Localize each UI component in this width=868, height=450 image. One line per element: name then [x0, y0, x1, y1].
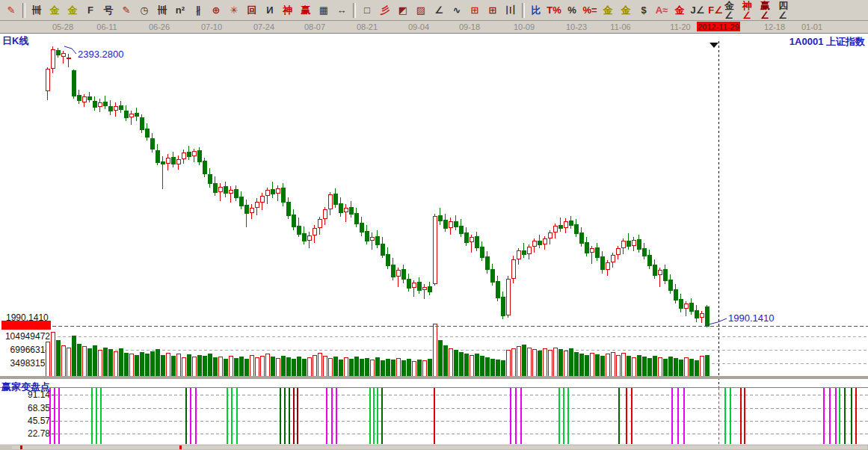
money-tool-icon[interactable]: $ — [635, 1, 653, 19]
pencil-rays-icon[interactable]: ∠ — [430, 1, 448, 19]
candle-body — [72, 71, 76, 96]
percent-icon[interactable]: % — [563, 1, 581, 19]
shen-grid-icon[interactable]: 神 — [279, 1, 297, 19]
volume-bar — [229, 357, 233, 376]
candle-body — [276, 188, 280, 193]
candle-body — [470, 237, 473, 241]
indicator-title[interactable]: 赢家变盘点 — [1, 380, 50, 394]
volume-bar — [485, 358, 489, 376]
web-grid-arrow-icon[interactable]: ⊞ — [484, 1, 502, 19]
candle-body — [255, 203, 259, 207]
shen-angle-icon[interactable]: 神∠ — [742, 1, 760, 19]
volume-bar — [490, 360, 494, 376]
si-angle-icon[interactable]: 四∠ — [778, 1, 796, 19]
volume-bar — [365, 359, 369, 376]
candle-body — [522, 250, 526, 255]
candle-body — [454, 221, 458, 226]
volume-bar — [407, 360, 410, 376]
web-grid-icon[interactable]: ⊞ — [466, 1, 484, 19]
kline-grid-icon[interactable]: 卌 — [28, 1, 46, 19]
candle-body — [87, 96, 91, 100]
volume-bar — [244, 360, 248, 376]
compass-target-icon[interactable]: ⊕ — [207, 1, 225, 19]
draw-pen-icon[interactable]: ✎ — [2, 1, 20, 19]
period-label[interactable]: 日K线 — [2, 34, 28, 48]
f-angle-icon[interactable]: F∠ — [707, 1, 724, 19]
candle-body — [501, 297, 505, 315]
candle-body — [260, 197, 264, 202]
gold-angle-icon[interactable]: 金∠ — [724, 1, 742, 19]
candle-body — [323, 209, 327, 218]
volume-bar — [684, 358, 688, 376]
wave-percent-icon[interactable]: A≈ — [653, 1, 671, 19]
angle-line-icon[interactable]: ∦ — [189, 1, 207, 19]
date-tick: 08-07 — [304, 22, 325, 31]
volume-bar — [381, 361, 384, 376]
candle-body — [318, 219, 321, 227]
ray-box-icon[interactable]: ▨ — [412, 1, 430, 19]
volume-bar — [422, 361, 426, 376]
ying-angle-icon[interactable]: 赢∠ — [760, 1, 778, 19]
candle-body — [365, 232, 369, 241]
zigzag-icon[interactable]: ∿ — [448, 1, 466, 19]
scrollbar-left-button[interactable] — [0, 445, 12, 450]
fan-box-icon[interactable]: ◩ — [394, 1, 412, 19]
candle-body — [543, 238, 547, 244]
candle-body — [370, 237, 374, 240]
volume-bar — [579, 354, 583, 376]
j-angle-icon[interactable]: J∠ — [689, 1, 707, 19]
candle-body — [538, 241, 541, 245]
percent-lines-icon[interactable]: %= — [581, 1, 599, 19]
spiral-square-icon[interactable]: 回 — [243, 1, 261, 19]
volume-bar — [260, 357, 264, 376]
candle-body — [224, 187, 227, 194]
volume-bar — [124, 354, 128, 376]
volume-bar — [176, 354, 180, 376]
candle-body — [244, 206, 248, 214]
candle-body — [695, 311, 698, 318]
candle-body — [386, 255, 390, 266]
candle-body — [265, 190, 269, 195]
horizontal-scrollbar[interactable] — [0, 445, 868, 450]
candle-body — [156, 150, 159, 162]
symbol-label[interactable]: 1A0001 上证指数 — [789, 35, 865, 49]
f-grid-icon[interactable]: F — [81, 1, 99, 19]
candle-body — [208, 175, 212, 184]
candle-body — [328, 195, 332, 209]
volume-bar — [156, 350, 159, 376]
starburst-icon[interactable]: ✳ — [225, 1, 243, 19]
compare-bars-icon[interactable]: 比 — [527, 1, 545, 19]
gold-coin-2-icon[interactable]: 金 — [617, 1, 635, 19]
clock-grid-icon[interactable]: ◷ — [135, 1, 153, 19]
width-arrows-icon[interactable]: ↔ — [333, 1, 351, 19]
red-pen-grid-icon[interactable]: ✎ — [117, 1, 135, 19]
parallel-lines-icon[interactable]: 〣 — [502, 1, 520, 19]
candle-body — [286, 202, 290, 216]
scrollbar-marker — [20, 446, 22, 449]
n2-grid-icon[interactable]: n² — [171, 1, 189, 19]
ying-grid-icon[interactable]: 赢 — [297, 1, 315, 19]
volume-bar — [443, 346, 447, 376]
volume-bar — [129, 354, 133, 376]
ruler-123-icon[interactable]: ▦ — [315, 1, 333, 19]
candle-body — [333, 194, 337, 205]
volume-bar — [417, 360, 421, 376]
wave-mark-icon[interactable]: И — [261, 1, 279, 19]
fan-lines-icon[interactable]: 彡 — [376, 1, 394, 19]
toolbar: ✎卌金金F号✎◷卌n²∦⊕✳回И神赢▦↔□彡◩▨∠∿⊞⊞〣比T%%%=金金$A≈… — [0, 0, 868, 21]
candle-body — [475, 236, 478, 247]
candle-body — [668, 280, 672, 291]
hash-grid-icon[interactable]: 卌 — [153, 1, 171, 19]
spiral-grid-icon[interactable]: 号 — [99, 1, 117, 19]
gold-grid-icon[interactable]: 金 — [46, 1, 64, 19]
gold-lines-icon[interactable]: 金 — [671, 1, 689, 19]
gold-coin-icon[interactable]: 金 — [599, 1, 617, 19]
volume-bar — [627, 357, 630, 376]
percent-overline-icon[interactable]: T% — [545, 1, 563, 19]
gold-grid-2-icon[interactable]: 金 — [64, 1, 81, 19]
date-tick: 01-01 — [801, 22, 822, 31]
volume-bar — [333, 357, 337, 376]
candle-body — [61, 54, 65, 57]
gann-box-icon[interactable]: □ — [358, 1, 376, 19]
volume-bar — [522, 345, 526, 376]
